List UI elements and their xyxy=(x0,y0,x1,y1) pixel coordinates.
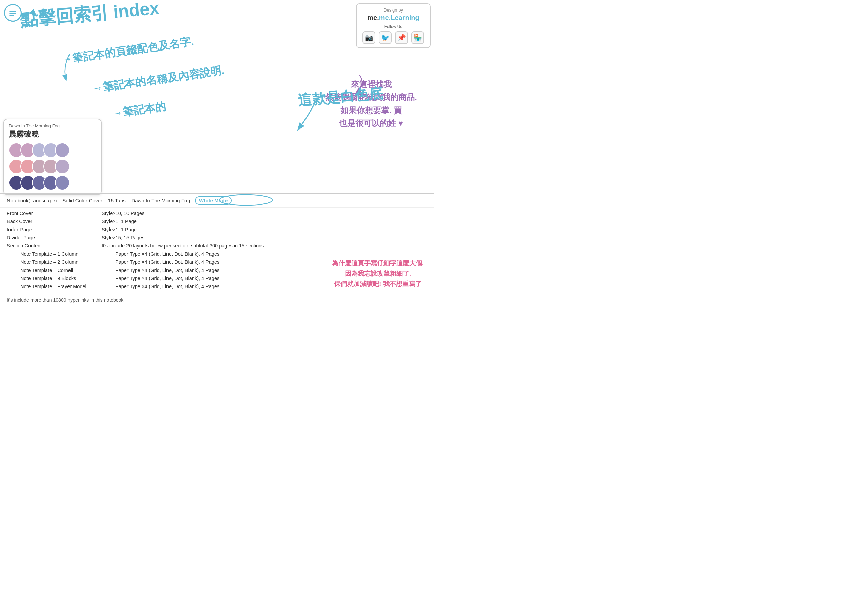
color-swatch xyxy=(55,159,70,174)
row-label-2col: Note Template – 2 Column xyxy=(20,259,115,265)
facebook-icon[interactable]: 🐦 xyxy=(379,31,392,44)
subtitle-name: →筆記本的名稱及內容說明. xyxy=(91,64,225,95)
pinterest-icon[interactable]: 📌 xyxy=(395,31,408,44)
row-label-9blocks: Note Template – 9 Blocks xyxy=(20,276,115,281)
row-value-section: It's include 20 layouts bolew per sectio… xyxy=(102,243,427,248)
palette-row-1 xyxy=(9,143,96,158)
svg-rect-0 xyxy=(9,11,16,11)
index-icon-circle[interactable] xyxy=(4,4,22,22)
palette-row-3 xyxy=(9,175,96,190)
product-title-text: Notebook(Landscape) – Solid Color Cover … xyxy=(7,198,194,203)
row-label-section: Section Content xyxy=(7,243,102,248)
row-label-back-cover: Back Cover xyxy=(7,219,102,224)
row-value-back-cover: Style×1, 1 Page xyxy=(102,219,427,224)
row-label-frayer: Note Template – Frayer Model xyxy=(20,284,115,289)
table-row: Divider Page Style×15, 15 Pages xyxy=(7,234,427,242)
pink-annotation: 為什麼這頁手寫仔細字這麼大個. 因為我忘說改筆粗細了. 保們就加減讀吧! 我不想… xyxy=(332,258,424,289)
social-icons-row: 📷 🐦 📌 🏪 xyxy=(361,31,426,44)
melearning-box: Design by me.me.Learning Follow Us 📷 🐦 📌… xyxy=(356,3,431,48)
subtitle-tabs: →筆記本的頁籤配色及名字. xyxy=(61,35,194,67)
subtitle-content: →筆記本的 xyxy=(111,100,167,120)
svg-rect-1 xyxy=(9,12,16,14)
row-label-index-page: Index Page xyxy=(7,227,102,232)
palette-title-zh: 晨霧破曉 xyxy=(9,129,96,140)
bottom-content-area: Notebook(Landscape) – Solid Color Cover … xyxy=(0,193,434,306)
row-label-divider: Divider Page xyxy=(7,235,102,240)
row-label-1col: Note Template – 1 Column xyxy=(20,251,115,257)
table-row-indented: Note Template – 1 Column Paper Type ×4 (… xyxy=(20,250,427,258)
palette-circles xyxy=(9,143,96,190)
palette-row-2 xyxy=(9,159,96,174)
footer-text: It's include more than 10800 hyperlinks … xyxy=(7,297,125,303)
svg-rect-2 xyxy=(9,15,14,16)
follow-us-label: Follow Us xyxy=(361,25,426,29)
instagram-icon[interactable]: 📷 xyxy=(363,31,375,44)
table-row: Back Cover Style×1, 1 Page xyxy=(7,217,427,225)
row-label-cornell: Note Template – Cornell xyxy=(20,268,115,273)
main-handwritten-title: 點擊回索引 index xyxy=(20,0,160,31)
white-mode-badge: White Mode xyxy=(195,196,232,205)
table-row: Front Cover Style×10, 10 Pages xyxy=(7,209,427,217)
row-label: Front Cover xyxy=(7,211,102,216)
table-row: Index Page Style×1, 1 Page xyxy=(7,225,427,234)
row-value-divider: Style×15, 15 Pages xyxy=(102,235,427,240)
footer-bar: It's include more than 10800 hyperlinks … xyxy=(0,294,434,306)
color-swatch xyxy=(55,143,70,158)
shop-icon[interactable]: 🏪 xyxy=(411,31,424,44)
row-value-index-page: Style×1, 1 Page xyxy=(102,227,427,232)
product-title-bar: Notebook(Landscape) – Solid Color Cover … xyxy=(0,194,434,208)
design-by-label: Design by xyxy=(361,8,426,12)
row-value: Style×10, 10 Pages xyxy=(102,211,427,216)
row-value-1col: Paper Type ×4 (Grid, Line, Dot, Blank), … xyxy=(115,251,427,257)
table-row: Section Content It's include 20 layouts … xyxy=(7,242,427,250)
color-swatch xyxy=(55,175,70,190)
palette-title-en: Dawn In The Morning Fog xyxy=(9,123,96,129)
palette-card: Dawn In The Morning Fog 晨霧破曉 xyxy=(3,119,102,195)
brand-name: me.me.Learning xyxy=(361,14,426,22)
